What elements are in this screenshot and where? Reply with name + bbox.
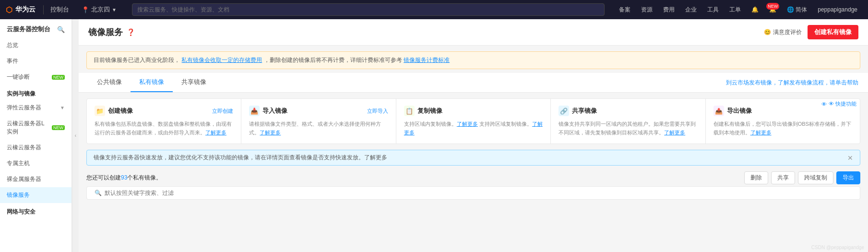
sidebar-item-ecs[interactable]: 弹性云服务器 ▼ bbox=[0, 100, 71, 116]
ecs-l-new-badge: NEW bbox=[52, 125, 65, 130]
location-icon: 📍 bbox=[82, 6, 89, 13]
nav-enterprise[interactable]: 企业 bbox=[680, 0, 702, 19]
export-button[interactable]: 导出 bbox=[836, 171, 860, 184]
nav-resources[interactable]: 资源 bbox=[636, 0, 657, 19]
nav-message-icon[interactable]: 🔔 bbox=[747, 0, 763, 19]
main-layout: 云服务器控制台 🔍 总览 事件 一键诊断 NEW 实例与镜像 弹性云服务器 ▼ … bbox=[0, 19, 868, 252]
search-area bbox=[132, 3, 605, 16]
nav-actions: 备案 资源 费用 企业 工具 工单 🔔 🔔 NEW 🌐 简体 peppapiga… bbox=[614, 0, 862, 19]
global-search-input[interactable] bbox=[132, 3, 605, 16]
logo[interactable]: ⬡ 华为云 bbox=[6, 5, 44, 14]
sidebar-item-overview[interactable]: 总览 bbox=[0, 37, 71, 53]
help-icon[interactable]: ❓ bbox=[127, 28, 135, 36]
satisfaction-button[interactable]: 😊 满意度评价 bbox=[764, 28, 802, 36]
nav-fees[interactable]: 费用 bbox=[658, 0, 679, 19]
export-learn-more[interactable]: 了解更多 bbox=[750, 130, 772, 135]
quick-features-label-text: 👁 快捷功能 bbox=[829, 100, 856, 108]
import-learn-more[interactable]: 了解更多 bbox=[260, 130, 281, 135]
sidebar-item-diagnosis[interactable]: 一键诊断 NEW bbox=[0, 69, 71, 85]
tab-public-image[interactable]: 公共镜像 bbox=[88, 73, 131, 92]
chevron-down-icon: ▼ bbox=[112, 7, 117, 12]
sidebar-item-events[interactable]: 事件 bbox=[0, 53, 71, 69]
cross-region-copy-button[interactable]: 跨域复制 bbox=[798, 171, 833, 184]
card-import-header: 📥 导入镜像 立即导入 bbox=[249, 106, 388, 116]
card-copy-desc: 支持区域内复制镜像。了解更多 支持跨区域复制镜像。了解更多 bbox=[404, 120, 543, 137]
card-create-header: 📁 创建镜像 立即创建 bbox=[95, 106, 233, 116]
image-count-text: 您还可以创建93个私有镜像。 bbox=[86, 174, 741, 182]
tab-private-image[interactable]: 私有镜像 bbox=[131, 73, 173, 92]
card-share-title: 🔗 共享镜像 bbox=[559, 106, 597, 116]
notice-text-mid: ，删除创建的镜像后将不再计费，详细计费标准可参考 bbox=[264, 57, 402, 63]
diagnosis-new-badge: NEW bbox=[52, 75, 65, 80]
tab-helper-text[interactable]: 到云市场发布镜像，了解发布镜像流程，请单击帮助 bbox=[726, 74, 858, 92]
card-copy-image: 📋 复制镜像 支持区域内复制镜像。了解更多 支持跨区域复制镜像。了解更多 bbox=[396, 99, 551, 144]
globe-icon: 🌐 bbox=[787, 6, 794, 13]
watermark-text: CSDN @peppapigandge bbox=[811, 245, 864, 250]
sidebar-item-ecs-l[interactable]: 云橡云服务器L实例 NEW bbox=[0, 116, 71, 140]
region-selector[interactable]: 📍 北京四 ▼ bbox=[76, 5, 122, 14]
nav-bell[interactable]: 🔔 NEW bbox=[764, 0, 781, 19]
lang-label: 简体 bbox=[796, 6, 807, 14]
card-export-title: 📤 导出镜像 bbox=[713, 106, 752, 116]
section-title-instance: 实例与镜像 bbox=[0, 85, 71, 100]
export-image-icon: 📤 bbox=[713, 106, 724, 116]
card-create-image: 📁 创建镜像 立即创建 私有镜像包括系统盘镜像、数据盘镜像和整机镜像，由现有运行… bbox=[87, 99, 241, 144]
share-learn-more[interactable]: 了解更多 bbox=[664, 130, 685, 135]
page-title-area: 镜像服务 ❓ bbox=[88, 26, 135, 38]
sidebar-item-image[interactable]: 镜像服务 bbox=[0, 187, 71, 203]
import-image-action[interactable]: 立即导入 bbox=[367, 108, 388, 115]
card-import-desc: 请根据镜像文件类型、格式、或者大小来选择使用何种方式。了解更多 bbox=[249, 120, 388, 137]
notice-text-prefix: 目前镜像服务已进入商业化阶段， bbox=[94, 57, 180, 63]
card-export-desc: 创建私有镜像后，您可以导出镜像到OBS标准存储桶，并下载到本地使用。了解更多 bbox=[713, 120, 852, 137]
create-image-action[interactable]: 立即创建 bbox=[212, 108, 233, 115]
card-import-title: 📥 导入镜像 bbox=[249, 106, 287, 116]
quick-features-toggle[interactable]: 👁 👁 快捷功能 bbox=[818, 98, 860, 109]
smile-icon: 😊 bbox=[764, 29, 771, 36]
card-create-title: 📁 创建镜像 bbox=[95, 106, 133, 116]
card-share-image: 🔗 共享镜像 镜像支持共享到同一区域内的其他租户。如果您需要共享到不同区域，请先… bbox=[551, 99, 705, 144]
toolbar-area: 您还可以创建93个私有镜像。 删除 共享 跨域复制 导出 bbox=[79, 169, 868, 186]
eye-icon: 👁 bbox=[821, 101, 827, 107]
page-title: 镜像服务 bbox=[88, 26, 123, 38]
lang-switch[interactable]: 🌐 简体 bbox=[782, 6, 812, 14]
card-share-desc: 镜像支持共享到同一区域内的其他租户。如果您需要共享到不同区域，请先复制镜像到目标… bbox=[559, 120, 697, 137]
nav-beian[interactable]: 备案 bbox=[614, 0, 635, 19]
create-private-image-button[interactable]: 创建私有镜像 bbox=[808, 25, 858, 39]
sidebar-item-bare-metal[interactable]: 裸金属服务器 bbox=[0, 171, 71, 187]
sidebar-title-text: 云服务器控制台 bbox=[7, 25, 50, 34]
nav-ticket[interactable]: 工单 bbox=[725, 0, 746, 19]
delete-button[interactable]: 删除 bbox=[744, 171, 768, 184]
notice-bar: 目前镜像服务已进入商业化阶段， 私有镜像会收取一定的存储费用 ，删除创建的镜像后… bbox=[86, 51, 860, 69]
card-create-desc: 私有镜像包括系统盘镜像、数据盘镜像和整机镜像，由现有运行的云服务器创建而来，或由… bbox=[95, 120, 233, 137]
console-link[interactable]: 控制台 bbox=[44, 0, 76, 19]
tabs-list: 公共镜像 私有镜像 共享镜像 bbox=[88, 73, 215, 92]
card-copy-header: 📋 复制镜像 bbox=[404, 106, 543, 116]
copy-image-icon: 📋 bbox=[404, 106, 415, 116]
sidebar-title-area: 云服务器控制台 🔍 bbox=[0, 19, 71, 37]
main-content-area: 镜像服务 ❓ 😊 满意度评价 创建私有镜像 目前镜像服务已进入商业化阶段， 私有… bbox=[79, 19, 868, 252]
card-import-image: 📥 导入镜像 立即导入 请根据镜像文件类型、格式、或者大小来选择使用何种方式。了… bbox=[241, 99, 396, 144]
tab-shared-image[interactable]: 共享镜像 bbox=[173, 73, 215, 92]
sidebar-search-icon[interactable]: 🔍 bbox=[57, 26, 65, 33]
copy-learn-more-1[interactable]: 了解更多 bbox=[457, 121, 478, 127]
sidebar-item-ecs-rubber[interactable]: 云橡云服务器 bbox=[0, 140, 71, 156]
filter-search-icon: 🔍 bbox=[95, 190, 102, 196]
info-bar-close-button[interactable]: ✕ bbox=[847, 154, 853, 162]
user-menu[interactable]: peppapigandge bbox=[813, 6, 862, 13]
bell-badge: NEW bbox=[766, 3, 779, 10]
sidebar-item-dedicated[interactable]: 专属主机 bbox=[0, 156, 71, 171]
info-bar: 镜像支持云服务器快速发放，建议您优化不支持该功能的镜像，请在详情页面查看镜像是否… bbox=[86, 150, 860, 166]
sidebar-collapse-button[interactable]: ‹ bbox=[72, 19, 79, 252]
page-header: 镜像服务 ❓ 😊 满意度评价 创建私有镜像 bbox=[79, 19, 868, 46]
nav-tools[interactable]: 工具 bbox=[702, 0, 724, 19]
logo-icon: ⬡ bbox=[6, 5, 12, 14]
create-learn-more[interactable]: 了解更多 bbox=[205, 130, 226, 135]
notice-link-2[interactable]: 镜像服务计费标准 bbox=[404, 57, 450, 63]
notice-link-1[interactable]: 私有镜像会收取一定的存储费用 bbox=[181, 57, 262, 63]
search-filter-bar: 🔍 bbox=[86, 186, 860, 200]
cards-wrapper: 📁 创建镜像 立即创建 私有镜像包括系统盘镜像、数据盘镜像和整机镜像，由现有运行… bbox=[86, 98, 860, 144]
card-copy-title: 📋 复制镜像 bbox=[404, 106, 442, 116]
share-button[interactable]: 共享 bbox=[771, 171, 795, 184]
page-header-actions: 😊 满意度评价 创建私有镜像 bbox=[764, 25, 858, 39]
filter-search-input[interactable] bbox=[105, 190, 852, 196]
